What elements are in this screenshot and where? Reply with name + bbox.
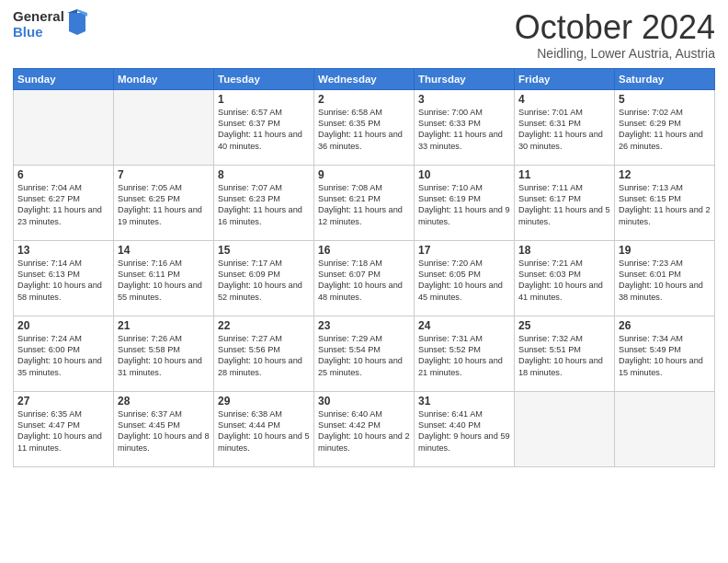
cell-info: Sunrise: 6:37 AM Sunset: 4:45 PM Dayligh… [118,408,210,454]
header: General Blue October 2024 Neidling, Lowe… [13,9,715,61]
cell-info: Sunrise: 7:17 AM Sunset: 6:09 PM Dayligh… [218,258,310,304]
cell-info: Sunrise: 7:26 AM Sunset: 5:58 PM Dayligh… [118,333,210,379]
calendar-day-cell [114,89,214,165]
cell-info: Sunrise: 7:24 AM Sunset: 6:00 PM Dayligh… [17,333,109,379]
calendar-day-cell: 13Sunrise: 7:14 AM Sunset: 6:13 PM Dayli… [14,240,114,316]
calendar-day-cell: 11Sunrise: 7:11 AM Sunset: 6:17 PM Dayli… [515,165,615,240]
svg-marker-0 [69,13,85,35]
day-number: 28 [118,395,210,408]
day-number: 17 [418,244,510,257]
day-number: 5 [619,93,711,106]
title-block: October 2024 Neidling, Lower Austria, Au… [515,9,715,61]
calendar-day-cell: 30Sunrise: 6:40 AM Sunset: 4:42 PM Dayli… [314,391,415,466]
cell-info: Sunrise: 7:11 AM Sunset: 6:17 PM Dayligh… [518,182,610,228]
calendar-day-cell [615,391,715,466]
cell-info: Sunrise: 6:35 AM Sunset: 4:47 PM Dayligh… [17,408,109,454]
day-number: 14 [118,244,210,257]
day-number: 22 [218,319,310,332]
calendar-day-cell: 26Sunrise: 7:34 AM Sunset: 5:49 PM Dayli… [615,316,715,391]
month-title: October 2024 [515,9,715,46]
cell-info: Sunrise: 7:14 AM Sunset: 6:13 PM Dayligh… [17,258,109,304]
cell-info: Sunrise: 7:16 AM Sunset: 6:11 PM Dayligh… [118,258,210,304]
calendar-day-cell: 17Sunrise: 7:20 AM Sunset: 6:05 PM Dayli… [415,240,515,316]
day-number: 16 [318,244,410,257]
day-number: 21 [118,319,210,332]
cell-info: Sunrise: 7:18 AM Sunset: 6:07 PM Dayligh… [318,258,410,304]
calendar-day-cell: 18Sunrise: 7:21 AM Sunset: 6:03 PM Dayli… [515,240,615,316]
calendar-day-cell: 10Sunrise: 7:10 AM Sunset: 6:19 PM Dayli… [415,165,515,240]
calendar-day-cell: 8Sunrise: 7:07 AM Sunset: 6:23 PM Daylig… [214,165,314,240]
calendar-day-cell: 2Sunrise: 6:58 AM Sunset: 6:35 PM Daylig… [314,89,415,165]
location-subtitle: Neidling, Lower Austria, Austria [515,46,715,61]
day-of-week-header: Thursday [415,68,515,89]
cell-info: Sunrise: 7:21 AM Sunset: 6:03 PM Dayligh… [518,258,610,304]
calendar-day-cell: 24Sunrise: 7:31 AM Sunset: 5:52 PM Dayli… [415,316,515,391]
calendar-day-cell: 20Sunrise: 7:24 AM Sunset: 6:00 PM Dayli… [14,316,114,391]
calendar-day-cell: 15Sunrise: 7:17 AM Sunset: 6:09 PM Dayli… [214,240,314,316]
day-of-week-header: Wednesday [314,68,415,89]
calendar-day-cell: 5Sunrise: 7:02 AM Sunset: 6:29 PM Daylig… [615,89,715,165]
cell-info: Sunrise: 7:29 AM Sunset: 5:54 PM Dayligh… [318,333,410,379]
calendar-day-cell [14,89,114,165]
calendar-table: SundayMondayTuesdayWednesdayThursdayFrid… [13,68,715,467]
cell-info: Sunrise: 7:27 AM Sunset: 5:56 PM Dayligh… [218,333,310,379]
day-number: 12 [619,168,711,181]
cell-info: Sunrise: 7:04 AM Sunset: 6:27 PM Dayligh… [17,182,109,228]
cell-info: Sunrise: 7:02 AM Sunset: 6:29 PM Dayligh… [619,107,711,153]
day-number: 18 [518,244,610,257]
cell-info: Sunrise: 6:41 AM Sunset: 4:40 PM Dayligh… [418,408,510,454]
day-number: 23 [318,319,410,332]
calendar-day-cell: 14Sunrise: 7:16 AM Sunset: 6:11 PM Dayli… [114,240,214,316]
day-of-week-header: Tuesday [214,68,314,89]
day-number: 6 [17,168,109,181]
day-number: 7 [118,168,210,181]
logo-blue: Blue [13,25,64,40]
cell-info: Sunrise: 7:20 AM Sunset: 6:05 PM Dayligh… [418,258,510,304]
logo-icon [67,9,87,39]
day-number: 30 [318,395,410,408]
cell-info: Sunrise: 6:38 AM Sunset: 4:44 PM Dayligh… [218,408,310,454]
logo: General Blue [13,9,87,40]
calendar-week-row: 1Sunrise: 6:57 AM Sunset: 6:37 PM Daylig… [14,89,715,165]
calendar-week-row: 27Sunrise: 6:35 AM Sunset: 4:47 PM Dayli… [14,391,715,466]
cell-info: Sunrise: 7:31 AM Sunset: 5:52 PM Dayligh… [418,333,510,379]
cell-info: Sunrise: 7:34 AM Sunset: 5:49 PM Dayligh… [619,333,711,379]
day-number: 19 [619,244,711,257]
calendar-day-cell: 27Sunrise: 6:35 AM Sunset: 4:47 PM Dayli… [14,391,114,466]
header-row: SundayMondayTuesdayWednesdayThursdayFrid… [14,68,715,89]
calendar-day-cell: 25Sunrise: 7:32 AM Sunset: 5:51 PM Dayli… [515,316,615,391]
calendar-day-cell: 29Sunrise: 6:38 AM Sunset: 4:44 PM Dayli… [214,391,314,466]
day-number: 4 [518,93,610,106]
svg-marker-2 [67,9,77,13]
day-number: 1 [218,93,310,106]
cell-info: Sunrise: 7:10 AM Sunset: 6:19 PM Dayligh… [418,182,510,228]
cell-info: Sunrise: 6:57 AM Sunset: 6:37 PM Dayligh… [218,107,310,153]
calendar-day-cell: 16Sunrise: 7:18 AM Sunset: 6:07 PM Dayli… [314,240,415,316]
calendar-day-cell: 19Sunrise: 7:23 AM Sunset: 6:01 PM Dayli… [615,240,715,316]
cell-info: Sunrise: 7:07 AM Sunset: 6:23 PM Dayligh… [218,182,310,228]
calendar-week-row: 6Sunrise: 7:04 AM Sunset: 6:27 PM Daylig… [14,165,715,240]
calendar-day-cell: 9Sunrise: 7:08 AM Sunset: 6:21 PM Daylig… [314,165,415,240]
day-number: 24 [418,319,510,332]
day-number: 8 [218,168,310,181]
calendar-day-cell: 22Sunrise: 7:27 AM Sunset: 5:56 PM Dayli… [214,316,314,391]
cell-info: Sunrise: 7:00 AM Sunset: 6:33 PM Dayligh… [418,107,510,153]
cell-info: Sunrise: 7:08 AM Sunset: 6:21 PM Dayligh… [318,182,410,228]
cell-info: Sunrise: 6:40 AM Sunset: 4:42 PM Dayligh… [318,408,410,454]
calendar-day-cell: 4Sunrise: 7:01 AM Sunset: 6:31 PM Daylig… [515,89,615,165]
day-of-week-header: Saturday [615,68,715,89]
calendar-day-cell: 12Sunrise: 7:13 AM Sunset: 6:15 PM Dayli… [615,165,715,240]
cell-info: Sunrise: 7:05 AM Sunset: 6:25 PM Dayligh… [118,182,210,228]
day-number: 31 [418,395,510,408]
day-number: 2 [318,93,410,106]
calendar-day-cell: 7Sunrise: 7:05 AM Sunset: 6:25 PM Daylig… [114,165,214,240]
day-number: 20 [17,319,109,332]
day-number: 9 [318,168,410,181]
page: General Blue October 2024 Neidling, Lowe… [0,0,728,563]
cell-info: Sunrise: 7:23 AM Sunset: 6:01 PM Dayligh… [619,258,711,304]
calendar-day-cell: 28Sunrise: 6:37 AM Sunset: 4:45 PM Dayli… [114,391,214,466]
calendar-week-row: 20Sunrise: 7:24 AM Sunset: 6:00 PM Dayli… [14,316,715,391]
cell-info: Sunrise: 6:58 AM Sunset: 6:35 PM Dayligh… [318,107,410,153]
day-of-week-header: Monday [114,68,214,89]
day-number: 13 [17,244,109,257]
